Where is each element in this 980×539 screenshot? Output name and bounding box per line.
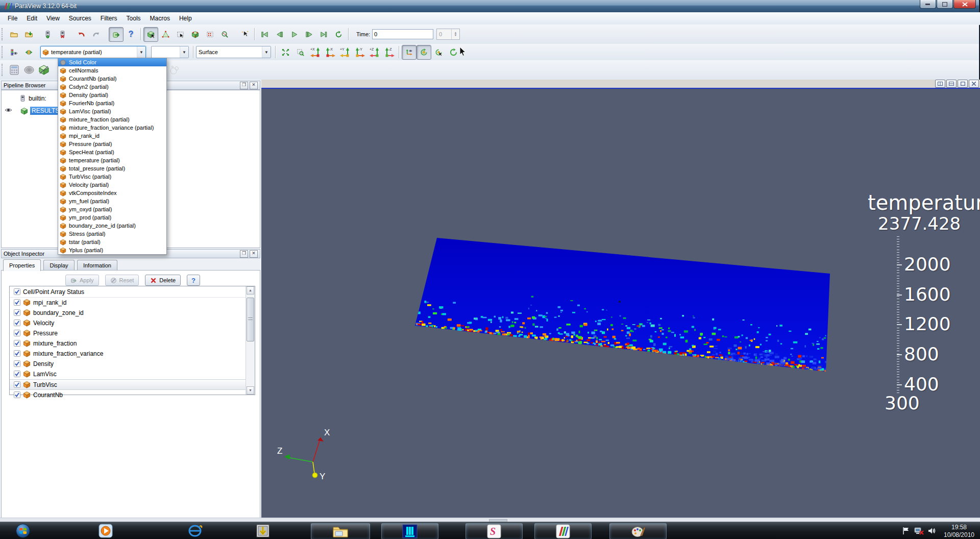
dropdown-item[interactable]: ym_oxyd (partial) [58,205,166,213]
tab-information[interactable]: Information [77,260,117,271]
delete-button[interactable]: Delete [145,275,181,286]
reset-center-button[interactable] [446,45,461,60]
color-by-combobox[interactable]: temperature (partial) ▼ [40,46,146,58]
dock-float-icon[interactable]: ❐ [240,250,248,258]
checkbox-icon[interactable] [14,340,20,347]
inspector-help-button[interactable]: ? [187,275,200,286]
dock-float-icon[interactable]: ❐ [240,82,248,89]
array-row[interactable]: LamVisc [10,369,255,379]
dropdown-item[interactable]: mixture_fraction (partial) [58,115,166,124]
eye-icon[interactable] [5,107,12,115]
menu-tools[interactable]: Tools [122,13,145,23]
dropdown-item[interactable]: Velocity (partial) [58,181,166,189]
dropdown-item[interactable]: mixture_fraction_variance (partial) [58,124,166,132]
checkbox-icon[interactable] [14,360,20,367]
taskbar-s-app-button[interactable]: S [465,523,523,539]
time-index-spinner[interactable]: 0 ▲▼ [436,29,460,40]
pick-center-button[interactable] [431,45,446,60]
checkbox-icon[interactable] [14,381,20,388]
menu-view[interactable]: View [42,13,64,23]
start-button[interactable] [9,523,37,538]
restore-button[interactable] [937,0,953,9]
set-view-plus-z-button[interactable]: +Z [367,45,382,60]
checkbox-icon[interactable] [14,330,20,336]
scroll-down-icon[interactable]: ▼ [247,386,254,395]
select-block-button[interactable] [203,27,217,42]
dropdown-item[interactable]: ym_fuel (partial) [58,197,166,205]
time-input[interactable] [372,29,433,39]
reset-camera-button[interactable] [278,45,293,60]
checkbox-icon[interactable] [14,288,20,295]
array-row[interactable]: mixture_fraction [10,338,255,349]
scroll-thumb[interactable] [247,298,254,341]
set-view-plus-x-button[interactable]: +X [308,45,323,60]
clip-filter-icon[interactable] [36,63,51,78]
toolbar-handle[interactable] [2,46,5,58]
dropdown-item[interactable]: boundary_zone_id (partial) [58,222,166,230]
dropdown-item[interactable]: ym_prod (partial) [58,213,166,222]
contour-filter-icon[interactable] [21,63,36,78]
dropdown-item[interactable]: Density (partial) [58,91,166,99]
component-combobox[interactable]: ▼ [151,46,189,58]
checkbox-icon[interactable] [14,320,20,326]
reset-button[interactable]: Reset [105,275,139,286]
close-button[interactable] [953,0,976,9]
connect-server-button[interactable] [40,27,55,42]
volume-icon[interactable] [928,527,936,535]
menu-macros[interactable]: Macros [145,13,175,23]
list-scrollbar[interactable]: ▲ ▼ [246,286,255,395]
array-row[interactable]: CourantNb [10,390,255,400]
disconnect-server-button[interactable] [55,27,70,42]
array-row[interactable]: mixture_fraction_variance [10,349,255,359]
tab-display[interactable]: Display [43,260,74,271]
dropdown-item[interactable]: vtkCompositeIndex [58,189,166,197]
dropdown-item[interactable]: total_pressure (partial) [58,164,166,173]
loop-button[interactable] [331,27,346,42]
dropdown-item[interactable]: CourantNb (partial) [58,75,166,83]
dropdown-item[interactable]: tstar (partial) [58,238,166,246]
checkbox-icon[interactable] [14,309,20,316]
dropdown-item[interactable]: FourierNb (partial) [58,99,166,107]
play-button[interactable] [287,27,302,42]
menu-sources[interactable]: Sources [64,13,96,23]
first-frame-button[interactable] [257,27,272,42]
undo-button[interactable] [74,27,89,42]
menu-edit[interactable]: Edit [22,13,42,23]
scroll-up-icon[interactable]: ▲ [247,286,254,295]
set-view-minus-x-button[interactable]: -X [323,45,337,60]
interactive-select-button[interactable] [237,27,252,42]
split-horizontal-button[interactable] [935,80,945,88]
split-vertical-button[interactable] [946,80,957,88]
array-row[interactable]: TurbVisc [10,379,255,390]
dropdown-item[interactable]: Stress (partial) [58,230,166,238]
array-row[interactable]: Velocity [10,318,255,328]
open-file-button[interactable] [7,27,21,42]
menu-filters[interactable]: Filters [96,13,122,23]
tab-properties[interactable]: Properties [3,259,41,271]
taskbar-clock[interactable]: 19:58 10/08/2010 [940,522,978,539]
select-points-on-button[interactable] [158,27,173,42]
taskbar-extract-tool-icon[interactable] [250,523,276,538]
taskbar-explorer-button[interactable] [311,523,370,539]
array-status-header[interactable]: Cell/Point Array Status [10,286,255,298]
checkbox-icon[interactable] [14,299,20,306]
dropdown-item[interactable]: TurbVisc (partial) [58,173,166,181]
minimize-button[interactable] [920,0,936,9]
apply-button[interactable]: Apply [65,275,99,286]
spinner-arrows-icon[interactable]: ▲▼ [451,29,459,39]
array-row[interactable]: mpi_rank_id [10,298,255,308]
toolbar-handle[interactable] [2,64,5,76]
menu-file[interactable]: File [3,13,22,23]
zoom-to-selection-button[interactable] [217,27,232,42]
last-frame-button[interactable] [316,27,331,42]
checkbox-icon[interactable] [14,371,20,377]
dock-close-icon[interactable]: ✕ [250,250,258,258]
show-orientation-axes-button[interactable] [402,45,416,60]
previous-frame-button[interactable] [272,27,287,42]
edit-color-map-icon[interactable] [21,45,36,60]
taskbar-media-player-icon[interactable] [95,523,116,538]
dropdown-item[interactable]: SpecHeat (partial) [58,148,166,156]
set-view-minus-y-button[interactable]: -Y [352,45,367,60]
taskbar-paraview-button[interactable] [534,523,592,539]
color-legend-toggle-icon[interactable] [7,45,21,60]
